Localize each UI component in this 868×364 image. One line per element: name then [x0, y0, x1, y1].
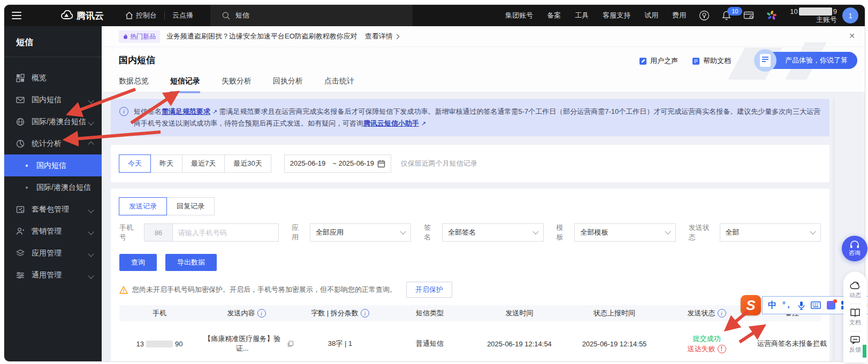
ime-skin-icon[interactable]	[827, 301, 835, 309]
status-success: 提交成功	[693, 335, 721, 343]
signature-select[interactable]: 全部签名	[442, 223, 543, 242]
banner-detail-link[interactable]: 查看详情	[365, 32, 399, 41]
user-voice-link[interactable]: 用户之声	[639, 56, 678, 66]
menu-support[interactable]: 客服支持	[596, 5, 637, 26]
template-select[interactable]: 全部模板	[574, 223, 675, 242]
table-row[interactable]: 13 90 【痛康精准医疗服务】验证... 38字 | 1 普通短信 2025-…	[119, 321, 821, 362]
cloud-logo-icon	[60, 10, 73, 21]
preset-last30days[interactable]: 最近30天	[224, 154, 271, 173]
notification-bell-icon[interactable]: 10	[715, 5, 737, 26]
template-label: 模板	[557, 223, 569, 242]
tab-data-overview[interactable]: 数据总览	[119, 76, 149, 93]
rail-item-activity[interactable]: 动态	[849, 278, 861, 303]
product-nav-vod[interactable]: 云点播	[165, 5, 201, 26]
chevron-down-icon	[400, 228, 406, 234]
scrollbar[interactable]	[833, 99, 835, 361]
menu-trial[interactable]: 试用	[637, 5, 665, 26]
sidebar-item-intl-sms[interactable]: 国际/港澳台短信	[4, 111, 102, 133]
send-status-select[interactable]: 全部	[720, 223, 821, 242]
voice-edit-icon	[639, 57, 647, 65]
date-range-picker[interactable]: 2025-06-19 ~ 2025-06-19	[284, 154, 391, 173]
sidebar-item-domestic-sms[interactable]: 国内短信	[4, 89, 102, 111]
sidebar-item-package-mgmt[interactable]: 套餐包管理	[4, 198, 102, 220]
chevron-right-icon	[394, 34, 399, 39]
chevron-down-icon	[89, 118, 93, 126]
help-doc-link[interactable]: 帮助文档	[692, 56, 731, 66]
sidebar-item-stats[interactable]: 统计分析	[4, 133, 102, 154]
export-button[interactable]: 导出数据	[165, 254, 217, 271]
tab-reply-records[interactable]: 回复记录	[166, 197, 215, 215]
send-status-label: 发送状态	[689, 223, 714, 242]
phone-input[interactable]	[173, 224, 278, 241]
tab-click-stats[interactable]: 点击统计	[324, 76, 354, 93]
tab-receipt-analysis[interactable]: 回执分析	[273, 76, 303, 93]
console-nav[interactable]: 控制台	[118, 5, 164, 26]
col-send-status: 发送状态i	[663, 308, 751, 318]
ime-mode-chinese[interactable]: 中	[768, 300, 776, 311]
consult-float-button[interactable]: 咨询	[842, 236, 867, 261]
report-time-cell: 2025-06-19 12:14:55	[566, 340, 663, 348]
enable-protection-button[interactable]: 开启保护	[406, 282, 452, 298]
package-icon	[16, 205, 25, 214]
menu-icp[interactable]: 备案	[540, 5, 568, 26]
sogou-logo[interactable]: S	[741, 295, 761, 315]
hamburger-menu-icon[interactable]	[4, 5, 29, 26]
chevron-down-icon	[89, 205, 93, 214]
rail-item-feedback[interactable]: 反馈	[849, 332, 861, 357]
sidebar-subitem-intl-sms[interactable]: 国际/港澳台短信	[4, 176, 102, 198]
calendar-icon	[377, 160, 385, 168]
chevron-down-icon	[89, 227, 93, 236]
rail-item-docs[interactable]: 文档	[849, 305, 861, 330]
sidebar: 短信 概览 国内短信 国际/港澳台短信 统	[4, 26, 102, 361]
info-icon[interactable]: i	[257, 309, 266, 317]
info-icon[interactable]: i	[361, 309, 369, 317]
global-search[interactable]: 短信	[210, 5, 413, 26]
sidebar-item-general-mgmt[interactable]: 通用管理	[4, 264, 102, 286]
smart-service-icon[interactable]	[693, 5, 715, 26]
tab-sms-records[interactable]: 短信记录	[170, 76, 200, 93]
query-button[interactable]: 查询	[119, 254, 157, 271]
pinwheel-icon[interactable]	[760, 5, 783, 26]
sidebar-item-app-mgmt[interactable]: 应用管理	[4, 242, 102, 264]
tab-send-records[interactable]: 发送记录	[119, 197, 167, 215]
close-icon[interactable]: ✕	[849, 32, 855, 40]
sms-assistant-link[interactable]: 腾讯云短信小助手	[363, 119, 419, 127]
sidebar-title: 短信	[4, 26, 102, 57]
account-id-prefix: 10	[790, 7, 797, 16]
preset-today[interactable]: 今天	[119, 154, 151, 173]
keyboard-icon[interactable]	[811, 301, 821, 309]
retention-note: 仅保留近两个月短信记录	[401, 159, 477, 168]
send-time-cell: 2025-06-19 12:14:54	[473, 340, 566, 348]
account-info[interactable]: 10 9 主账号	[790, 7, 837, 24]
menu-group-account[interactable]: 集团账号	[498, 5, 540, 26]
menu-tools[interactable]: 工具	[568, 5, 596, 26]
menu-billing[interactable]: 费用	[665, 5, 693, 26]
divider	[849, 304, 861, 304]
ticket-icon[interactable]	[737, 5, 760, 26]
mic-icon[interactable]	[798, 301, 805, 310]
status-cell: 提交成功 送达失败 !	[663, 335, 751, 353]
edge-artifact	[863, 345, 866, 358]
error-icon[interactable]: !	[718, 345, 726, 353]
sidebar-subitem-domestic-sms[interactable]: 国内短信	[4, 154, 102, 176]
product-feedback-cta[interactable]: 产品体验，你说了算	[762, 52, 857, 69]
info-icon[interactable]: i	[718, 309, 726, 317]
preset-yesterday[interactable]: 昨天	[150, 154, 182, 173]
phone-cell: 13 90	[119, 340, 200, 348]
encryption-notice-text: 您尚未开启手机号码加密保护。开启后，手机号将加密展示，但不影响您的正常查询。	[132, 285, 397, 295]
account-id-suffix: 9	[833, 7, 837, 16]
tab-failure-analysis[interactable]: 失败分析	[222, 76, 252, 93]
spec-requirement-link[interactable]: 需满足规范要求	[162, 107, 210, 115]
app-select[interactable]: 全部应用	[310, 223, 411, 242]
ime-punctuation[interactable]: °，	[782, 300, 792, 310]
search-value: 短信	[235, 11, 249, 20]
content-cell: 【痛康精准医疗服务】验证...	[200, 334, 293, 353]
preset-last7days[interactable]: 最近7天	[182, 154, 225, 173]
avatar[interactable]: 1	[842, 7, 858, 24]
tencent-cloud-logo[interactable]: 腾讯云	[60, 10, 104, 22]
sidebar-item-marketing-mgmt[interactable]: 营销管理	[4, 220, 102, 242]
sidebar-item-overview[interactable]: 概览	[4, 67, 102, 89]
table-header-row: 手机 发送内容i 字数 | 拆分条数i 短信类型 发送时间 状态上报时间 发送状…	[119, 305, 821, 321]
copy-icon[interactable]	[287, 340, 293, 347]
bullet-dot	[26, 165, 28, 167]
